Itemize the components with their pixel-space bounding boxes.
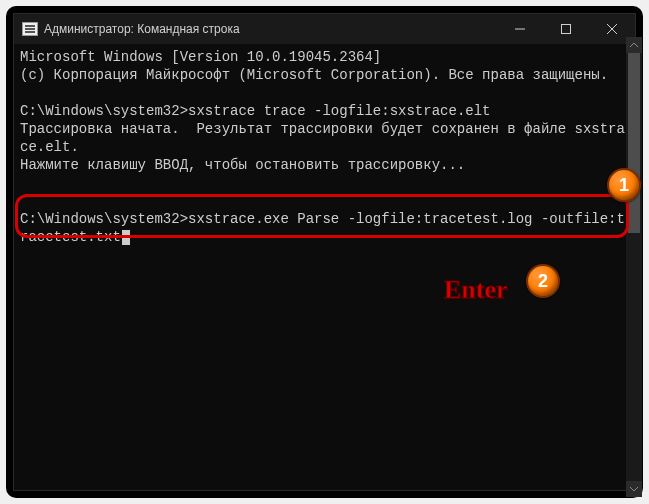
window-title: Администратор: Командная строка bbox=[44, 22, 240, 36]
command-text: sxstrace trace -logfile:sxstrace.elt bbox=[188, 103, 490, 119]
scroll-up-button[interactable] bbox=[626, 37, 642, 53]
text-cursor bbox=[122, 230, 130, 245]
prompt: C:\Windows\system32> bbox=[20, 211, 188, 227]
scrollbar-thumb[interactable] bbox=[628, 53, 640, 233]
minimize-icon bbox=[515, 24, 525, 34]
prompt: C:\Windows\system32> bbox=[20, 103, 188, 119]
cmd-window: Администратор: Командная строка Microsof… bbox=[13, 13, 636, 491]
cmd-icon bbox=[22, 22, 38, 36]
maximize-icon bbox=[561, 24, 571, 34]
output-line: Трассировка начата. Результат трассировк… bbox=[20, 121, 625, 155]
minimize-button[interactable] bbox=[497, 14, 543, 44]
terminal-area[interactable]: Microsoft Windows [Version 10.0.19045.23… bbox=[14, 44, 635, 490]
vertical-scrollbar[interactable] bbox=[626, 37, 642, 497]
output-line: (c) Корпорация Майкрософт (Microsoft Cor… bbox=[20, 67, 608, 83]
close-icon bbox=[607, 24, 617, 34]
svg-rect-1 bbox=[562, 25, 571, 34]
output-line: Microsoft Windows [Version 10.0.19045.23… bbox=[20, 49, 381, 65]
maximize-button[interactable] bbox=[543, 14, 589, 44]
scroll-down-button[interactable] bbox=[626, 481, 642, 497]
output-line: Нажмите клавишу ВВОД, чтобы остановить т… bbox=[20, 157, 465, 173]
chevron-down-icon bbox=[630, 485, 638, 493]
titlebar[interactable]: Администратор: Командная строка bbox=[14, 14, 635, 44]
screenshot-frame: Администратор: Командная строка Microsof… bbox=[6, 6, 643, 498]
chevron-up-icon bbox=[630, 41, 638, 49]
